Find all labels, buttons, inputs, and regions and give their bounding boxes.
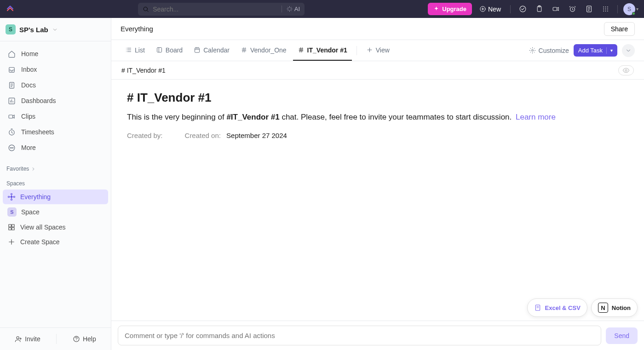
tab-add-view[interactable]: View [362,40,394,61]
help-button[interactable]: Help [68,333,101,345]
created-on: Created on: September 27 2024 [185,132,287,139]
sidebar-item-clips[interactable]: Clips [3,109,108,124]
space-item-create[interactable]: Create Space [3,235,108,249]
sidebar-item-docs[interactable]: Docs [3,77,108,93]
share-button[interactable]: Share [604,22,635,36]
apps-grid-icon[interactable] [599,3,612,16]
breadcrumb-bar: Everything Share [111,18,644,40]
sidebar-item-timesheets[interactable]: Timesheets [3,124,108,140]
label: List [135,46,145,54]
hash-icon [298,46,305,53]
separator [56,334,57,344]
calendar-icon [194,46,201,53]
add-task-button[interactable]: Add Task▾ [574,44,617,57]
composer-input[interactable] [118,326,601,345]
label: Calendar [203,46,230,54]
label: Create Space [20,238,60,246]
eye-icon [622,67,630,74]
sidebar-item-home[interactable]: Home [3,46,108,62]
tab-calendar[interactable]: Calendar [189,40,234,61]
label: Created by: [127,132,163,139]
separator [510,5,511,13]
send-button[interactable]: Send [606,327,638,344]
svg-point-38 [531,50,533,52]
channel-meta: Created by: Created on: September 27 202… [127,132,628,139]
search-box[interactable]: AI [138,3,305,16]
more-button[interactable] [622,44,635,57]
sidebar-item-more[interactable]: More [3,140,108,155]
sidebar-item-label: Clips [21,113,35,120]
svg-rect-19 [9,115,13,118]
invite-button[interactable]: Invite [10,333,45,345]
presence-dot [632,12,635,15]
sidebar: S SP's Lab Home Inbox Docs Dashboards Cl… [0,18,111,350]
tab-it-vendor-1[interactable]: IT_Vendor #1 [293,40,352,61]
channel-title: # IT_Vendor #1 [121,67,166,74]
learn-more-link[interactable]: Learn more [516,113,556,121]
label: View [376,46,390,54]
svg-rect-36 [157,48,161,52]
svg-point-16 [607,11,608,11]
customize-button[interactable]: Customize [529,47,569,54]
check-circle-icon[interactable] [516,3,529,16]
breadcrumb[interactable]: Everything [121,25,153,33]
chevron-down-icon [52,27,58,33]
space-item-everything[interactable]: Everything [3,189,108,204]
label: Favorites [6,166,29,172]
note-icon[interactable] [582,3,595,16]
sidebar-favorites-header[interactable]: Favorites [0,160,111,175]
ai-chip[interactable]: AI [282,6,300,12]
search-input[interactable] [153,6,278,13]
sidebar-nav: Home Inbox Docs Dashboards Clips Timeshe… [0,41,111,160]
sidebar-item-label: Timesheets [21,128,54,136]
avatar-initial: S [627,6,631,12]
svg-point-13 [607,9,608,10]
import-chips: Excel & CSV NNotion [527,298,638,317]
svg-point-39 [625,69,627,71]
alarm-icon[interactable] [566,3,579,16]
svg-rect-30 [9,224,11,227]
home-icon [7,50,16,58]
gear-icon [529,47,536,54]
separator [617,5,618,13]
visibility-toggle[interactable] [618,65,634,75]
user-menu[interactable]: S ▾ [623,3,638,15]
tab-list[interactable]: List [121,40,150,61]
chevron-down-icon: ▾ [610,48,613,53]
notion-chip[interactable]: NNotion [591,298,638,317]
grid-icon [7,223,16,231]
space-item-space[interactable]: SSpace [3,204,108,220]
doc-icon [7,81,16,89]
label: Customize [539,47,569,54]
tab-vendor-one[interactable]: Vendor_One [236,40,291,61]
label: Everything [20,193,51,201]
user-plus-icon [15,335,22,343]
svg-point-15 [605,11,606,11]
sidebar-spaces-header[interactable]: Spaces [0,175,111,189]
app-logo[interactable] [6,5,15,14]
clipboard-icon[interactable] [533,3,546,16]
separator [356,46,357,55]
svg-point-22 [10,147,10,148]
svg-rect-32 [9,228,11,230]
chevron-down-icon: ▾ [636,6,638,11]
channel-intro: This is the very beginning of #IT_Vendor… [127,111,628,123]
tab-board[interactable]: Board [151,40,187,61]
space-item-view-all[interactable]: View all Spaces [3,220,108,235]
svg-point-14 [603,11,604,11]
label: IT_Vendor #1 [307,46,347,54]
label: Notion [612,304,631,311]
new-button[interactable]: New [476,4,505,15]
search-wrap: AI [18,3,424,16]
workspace-switcher[interactable]: S SP's Lab [0,18,111,41]
topbar: AI Upgrade New S ▾ [0,0,644,18]
main: Everything Share List Board Calendar Ven… [111,18,644,350]
plus-icon [366,46,373,53]
excel-csv-chip[interactable]: Excel & CSV [527,298,587,317]
sidebar-item-inbox[interactable]: Inbox [3,62,108,77]
sidebar-item-dashboards[interactable]: Dashboards [3,93,108,109]
svg-rect-33 [12,228,14,230]
composer: Send [111,321,644,350]
upgrade-button[interactable]: Upgrade [428,3,472,15]
video-icon[interactable] [549,3,562,16]
